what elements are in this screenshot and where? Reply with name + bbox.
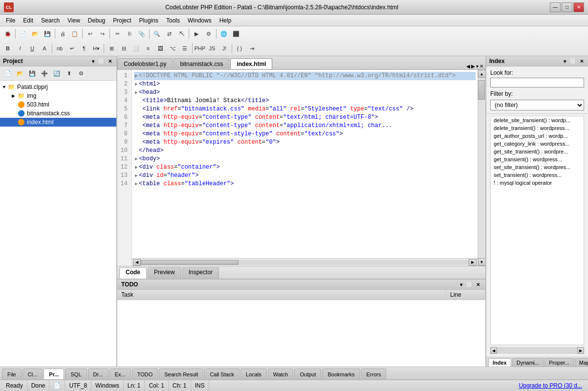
tb-print-btn[interactable]: 🖨 (57, 28, 68, 39)
bts-tab-pr[interactable]: Pr... (44, 369, 64, 379)
eb-tab-preview[interactable]: Preview (148, 267, 181, 279)
bts-tab-sql[interactable]: SQL (65, 369, 87, 379)
index-list-item-6[interactable]: get_transient() : wordpress... (491, 155, 584, 163)
tb-paste-btn[interactable]: 📎 (136, 28, 148, 39)
tb-code-btn[interactable]: ⌥ (167, 43, 178, 54)
proj-tb-save[interactable]: 💾 (26, 68, 38, 79)
tb-underline-btn[interactable]: U (26, 43, 38, 54)
todo-close-btn[interactable]: ✕ (475, 282, 481, 288)
tb-bold-btn[interactable]: B (2, 43, 14, 54)
look-for-input[interactable] (490, 78, 584, 87)
tb-php-btn[interactable]: PHP (194, 43, 206, 54)
tb-tbl2-btn[interactable]: ⊟ (118, 43, 130, 54)
tb-cut-btn[interactable]: ✂ (111, 28, 123, 39)
bts-tab-watch[interactable]: Watch (268, 369, 294, 379)
todo-float-btn[interactable]: ⬜ (465, 282, 474, 288)
bts-tab-search-result[interactable]: Search Result (159, 369, 203, 379)
tab-bitnamistack[interactable]: bitnamistack.css (174, 58, 229, 69)
proj-tb-add[interactable]: ➕ (39, 68, 50, 79)
tree-item-css[interactable]: ▶ 🔵 bitnamistack.css (0, 109, 116, 118)
bts-tab-errors[interactable]: Errors (361, 369, 387, 379)
code-line-3[interactable]: ▶ <head> (134, 88, 476, 97)
h-scroll-right[interactable]: ▶ (469, 259, 477, 266)
menu-file[interactable]: File (2, 16, 19, 25)
tb-print2-btn[interactable]: 📋 (69, 28, 81, 39)
code-line-2[interactable]: ▶ <html> (134, 80, 476, 88)
tb-debug-btn[interactable]: ⚙ (203, 28, 215, 39)
menu-windows[interactable]: Windows (184, 16, 216, 25)
v-scroll-up[interactable]: ▲ (478, 70, 486, 78)
tb-undo-btn[interactable]: ↩ (84, 28, 96, 39)
code-line-9[interactable]: <meta http-equiv="expires" content="0"> (134, 138, 476, 147)
menu-debug[interactable]: Debug (84, 16, 109, 25)
ib-tab-index[interactable]: Index (488, 358, 511, 367)
code-line-7[interactable]: <meta http-equiv="content-type" content=… (134, 122, 476, 130)
bts-tab-todo[interactable]: TODO (132, 369, 158, 379)
code-line-10[interactable]: </head> (134, 147, 476, 155)
bts-tab-cl[interactable]: Cl... (22, 369, 43, 379)
panel-pin-btn[interactable]: ▾ (90, 58, 96, 65)
tb-tbl3-btn[interactable]: ⬜ (130, 43, 142, 54)
index-list-item-2[interactable]: delete_transient() : wordpress... (491, 124, 584, 132)
todo-pin-btn[interactable]: ▾ (458, 282, 464, 288)
h-scroll-thumb[interactable] (141, 260, 239, 265)
h-scroll-left[interactable]: ◀ (133, 259, 141, 266)
code-line-11[interactable]: ▶ <body> (134, 155, 476, 163)
v-scroll-thumb[interactable] (478, 80, 485, 100)
tb-joomla-btn[interactable]: J! (218, 43, 230, 54)
index-float-btn[interactable]: ⬜ (568, 58, 577, 65)
index-list-item-1[interactable]: delete_site_transient() : wordp... (491, 116, 584, 124)
tb-enter-btn[interactable]: ↵ (66, 43, 78, 54)
tb-italic-btn[interactable]: I (14, 43, 26, 54)
menu-search[interactable]: Search (37, 16, 64, 25)
tb-logo-btn[interactable]: 🐞 (2, 28, 14, 39)
close-button[interactable]: ✕ (573, 2, 584, 12)
index-list-item-3[interactable]: get_author_posts_url : wordp... (491, 132, 584, 140)
tb-align-btn[interactable]: ≡ (142, 43, 154, 54)
tb-nb-btn[interactable]: nb (54, 43, 65, 54)
tb-tbl-btn[interactable]: ⊞ (106, 43, 117, 54)
tb-run-btn[interactable]: ▶ (191, 28, 202, 39)
menu-edit[interactable]: Edit (19, 16, 37, 25)
menu-view[interactable]: View (64, 16, 84, 25)
index-scroll-left[interactable]: ◀ (490, 347, 497, 354)
tb-indent-btn[interactable]: ⇥ (246, 43, 258, 54)
tb-color-btn[interactable]: A (39, 43, 50, 54)
bts-tab-bookmarks[interactable]: Bookmarks (322, 369, 360, 379)
tb-list-btn[interactable]: ☰ (179, 43, 191, 54)
tab-index[interactable]: index.html (230, 58, 272, 69)
tree-root[interactable]: ▼ 📁 Patati.clpprj (0, 83, 116, 91)
bts-tab-locals[interactable]: Locals (240, 369, 267, 379)
menu-project[interactable]: Project (109, 16, 135, 25)
menu-tools[interactable]: Tools (162, 16, 184, 25)
panel-float-btn[interactable]: ⬜ (97, 58, 106, 65)
tab-codelobster[interactable]: Codelobster1.py (117, 58, 173, 69)
tab-nav-menu[interactable]: ▾ (476, 64, 479, 69)
tb-findreplace-btn[interactable]: ⇄ (163, 28, 175, 39)
minimize-button[interactable]: — (550, 2, 561, 12)
bts-tab-ex[interactable]: Ex... (109, 369, 131, 379)
filter-by-select[interactable]: (no filter) (490, 100, 584, 110)
code-line-5[interactable]: <link href="bitnamistack.css" media="all… (134, 105, 476, 113)
code-line-1[interactable]: ▶ <!DOCTYPE HTML PUBLIC "-//W3C//DTD HTM… (134, 72, 476, 80)
ib-tab-dynami[interactable]: Dynami... (512, 358, 544, 367)
tb-open-btn[interactable]: 📂 (29, 28, 41, 39)
ib-tab-map[interactable]: Map (575, 358, 588, 367)
proj-tb-open[interactable]: 📂 (14, 68, 26, 79)
h-scrollbar[interactable]: ◀ ▶ (132, 258, 478, 266)
bts-tab-dr[interactable]: Dr... (88, 369, 109, 379)
index-list-item-7[interactable]: set_site_transient() : wordpres... (491, 163, 584, 171)
status-upgrade[interactable]: Upgrade to PRO (30 d... (515, 380, 586, 391)
tb-web-btn[interactable]: 🌐 (218, 28, 230, 39)
bts-tab-callstack[interactable]: Call Stack (204, 369, 240, 379)
bts-tab-file[interactable]: File (2, 369, 22, 379)
index-scroll-right[interactable]: ▶ (577, 347, 584, 354)
tb-bracket-btn[interactable]: { } (234, 43, 245, 54)
code-line-13[interactable]: ▶ <div id="header"> (134, 172, 476, 180)
proj-tb-new[interactable]: 📄 (2, 68, 14, 79)
index-pin-btn[interactable]: ▾ (562, 58, 567, 65)
code-line-12[interactable]: ▶ <div class="container"> (134, 163, 476, 172)
tab-close[interactable]: ✕ (479, 64, 483, 69)
index-close-btn[interactable]: ✕ (578, 58, 585, 65)
code-line-14[interactable]: ▶ <table class="tableHeader"> (134, 180, 476, 188)
